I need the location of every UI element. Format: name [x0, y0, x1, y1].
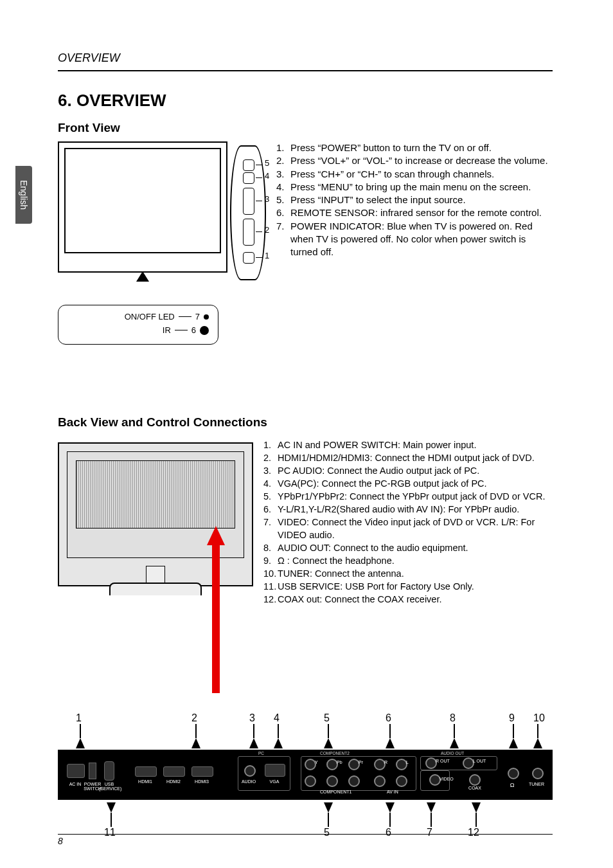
up-arrow-icon: [191, 738, 200, 748]
list-item: 3.Press “CH+” or “CH-” to scan through c…: [276, 168, 553, 181]
red-arrow-icon: [207, 526, 225, 545]
header-rule: [58, 70, 553, 71]
pc-audio-label: AUDIO: [239, 779, 258, 784]
back-hatch-icon: [76, 460, 235, 529]
list-item: 2.HDMI1/HDMI2/HDMI3: Connect the HDMI ou…: [263, 451, 559, 464]
hdmi1-port-icon: [135, 766, 157, 777]
l-out-label: L OUT: [473, 759, 486, 763]
up-arrow-icon: [324, 738, 333, 748]
list-item: 1.Press “POWER” button to turn the TV on…: [276, 141, 553, 154]
tuner-jack-icon: [532, 768, 544, 779]
language-tab: English: [15, 166, 32, 224]
ir-legend-num: 6: [191, 325, 196, 335]
ac-in-label: AC IN: [66, 782, 85, 786]
page-footer: 8: [58, 834, 553, 846]
list-item: 10.TUNER: Connect the antenna.: [263, 567, 559, 580]
arrow-stem: [537, 724, 538, 738]
list-item: 8.AUDIO OUT: Connect to the audio equipm…: [263, 541, 559, 554]
list-item: 7.POWER INDICATOR: Blue when TV is power…: [276, 220, 553, 259]
ir-legend-label: IR: [163, 325, 171, 335]
tick-mark: [256, 257, 262, 258]
front-view-heading: Front View: [58, 121, 553, 135]
arrow-stem: [513, 724, 514, 738]
connection-panel: AC IN POWER SWITCH USB (SERVICE) HDMI1 H…: [58, 750, 553, 800]
usb-label: USB (SERVICE): [99, 782, 120, 791]
pc-header-label: PC: [258, 751, 264, 755]
up-arrow-icon: [533, 738, 542, 748]
arrow-stem: [431, 813, 432, 827]
down-arrow-icon: [107, 802, 116, 813]
list-item: 6.REMOTE SENSOR: infrared sensor for the…: [276, 206, 553, 219]
up-arrow-icon: [450, 738, 459, 748]
callout-4: 4: [274, 712, 280, 724]
list-item: 9.Ω : Connect the headphone.: [263, 554, 559, 567]
hdmi3-label: HDMI3: [191, 779, 212, 784]
up-arrow-icon: [249, 738, 258, 748]
down-arrow-icon: [324, 802, 333, 813]
power-button-icon: [243, 252, 254, 264]
hdmi1-label: HDMI1: [135, 779, 155, 784]
legend-box: ON/OFF LED 7 IR 6: [58, 305, 218, 345]
r-label: R: [384, 760, 387, 764]
usb-port-icon: [104, 761, 114, 781]
arrow-stem: [454, 724, 455, 738]
callout-3: 3: [265, 194, 269, 204]
callout-6: 6: [386, 712, 391, 724]
list-item: 5.Press “INPUT” to select the input sour…: [276, 194, 553, 206]
headphone-label: Ω: [508, 782, 517, 788]
down-arrow-icon: [386, 802, 395, 813]
ch-button-icon: [243, 188, 254, 215]
list-item: 12.COAX out: Connect the COAX receiver.: [263, 593, 559, 606]
power-switch-icon: [89, 763, 96, 779]
r-out-label: R OUT: [436, 759, 450, 763]
tv-screen-icon: [64, 148, 221, 253]
tv-body-icon: [58, 141, 227, 273]
menu-button-icon: [243, 172, 254, 184]
arrow-stem: [328, 724, 329, 738]
arrow-stem: [80, 724, 81, 738]
tuner-label: TUNER: [527, 782, 546, 786]
arrow-stem: [195, 724, 197, 738]
list-item: 2.Press “VOL+” or “VOL-” to increase or …: [276, 154, 553, 167]
back-stand-icon: [109, 583, 202, 595]
arrow-stem: [253, 724, 254, 738]
led-dot-icon: [204, 314, 209, 320]
callout-8: 8: [450, 712, 456, 724]
arrow-stem: [475, 813, 477, 827]
pb1-jack-icon: [326, 775, 338, 787]
down-arrow-icon: [427, 802, 436, 813]
l1-jack-icon: [396, 775, 407, 787]
coax-jack-icon: [469, 774, 481, 786]
av-in-label: AV IN: [387, 790, 398, 794]
r1-jack-icon: [374, 775, 386, 787]
arrow-stem: [389, 724, 391, 738]
vol-button-icon: [243, 219, 254, 246]
l-label: L: [406, 760, 409, 764]
ac-in-port-icon: [67, 764, 85, 778]
pr1-jack-icon: [348, 775, 360, 787]
list-item: 4.Press “MENU” to bring up the main menu…: [276, 181, 553, 194]
hdmi3-port-icon: [191, 766, 213, 777]
ir-dot-icon: [200, 326, 209, 335]
arrow-stem: [389, 813, 391, 827]
back-view-heading: Back View and Control Connections: [58, 415, 553, 429]
connection-panel-area: 1 2 3 4 5 6 8 9 10 AC IN POWER SWITCH US…: [58, 712, 553, 854]
input-button-icon: [243, 159, 254, 171]
pb-label: Pb: [337, 760, 342, 764]
hdmi2-label: HDMI2: [163, 779, 184, 784]
front-view-list: 1.Press “POWER” button to turn the TV on…: [276, 141, 553, 258]
led-legend-label: ON/OFF LED: [125, 312, 175, 321]
y1-jack-icon: [305, 775, 316, 787]
list-item: 3.PC AUDIO: Connect the Audio output jac…: [263, 464, 559, 477]
callout-1: 1: [76, 712, 82, 724]
callout-1: 1: [265, 251, 269, 260]
callout-4: 4: [265, 171, 269, 181]
up-arrow-icon: [76, 738, 85, 748]
callout-2: 2: [191, 712, 197, 724]
running-header: OVERVIEW: [58, 51, 553, 68]
hdmi2-port-icon: [163, 766, 185, 777]
arrow-stem: [328, 813, 329, 827]
coax-label: COAX: [465, 786, 484, 790]
tick-mark: [256, 231, 262, 232]
callout-3: 3: [249, 712, 255, 724]
